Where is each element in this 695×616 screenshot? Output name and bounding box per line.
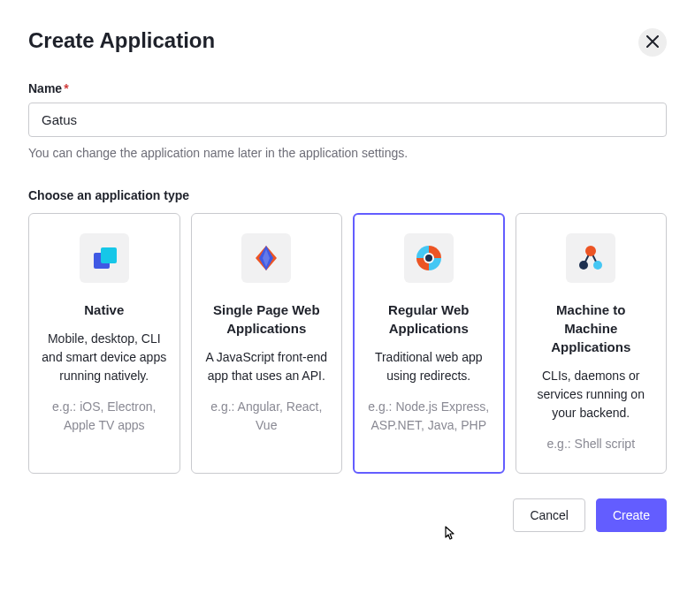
svg-point-11 [579, 261, 588, 270]
card-title: Regular Web Applications [366, 300, 492, 338]
name-label: Name* [28, 81, 667, 95]
card-eg: e.g.: Node.js Express, ASP.NET, Java, PH… [366, 398, 492, 435]
card-title: Native [84, 300, 124, 319]
close-button[interactable] [638, 28, 667, 57]
app-type-card-regular-web[interactable]: Regular Web Applications Traditional web… [353, 213, 505, 474]
svg-point-12 [593, 261, 602, 270]
svg-point-10 [585, 246, 596, 256]
card-eg: e.g.: Shell script [546, 435, 635, 453]
app-type-card-spa[interactable]: Single Page Web Applications A JavaScrip… [191, 213, 343, 474]
card-desc: CLIs, daemons or services running on you… [529, 367, 654, 422]
card-desc: A JavaScript front-end app that uses an … [204, 348, 330, 385]
m2m-icon [566, 233, 615, 283]
card-eg: e.g.: iOS, Electron, Apple TV apps [42, 398, 167, 435]
dialog-title: Create Application [28, 28, 215, 53]
card-desc: Traditional web app using redirects. [366, 348, 492, 385]
svg-point-7 [425, 255, 432, 262]
regular-web-icon [404, 233, 454, 283]
name-label-text: Name [28, 81, 62, 95]
spa-icon [241, 233, 291, 283]
cancel-button[interactable]: Cancel [513, 498, 585, 532]
dialog-footer: Cancel Create [28, 498, 667, 532]
card-eg: e.g.: Angular, React, Vue [204, 398, 330, 435]
app-type-cards: Native Mobile, desktop, CLI and smart de… [28, 213, 667, 474]
required-mark: * [64, 81, 68, 95]
name-input[interactable] [28, 103, 667, 137]
create-button[interactable]: Create [596, 498, 667, 532]
app-type-card-native[interactable]: Native Mobile, desktop, CLI and smart de… [28, 213, 180, 474]
dialog-header: Create Application [28, 28, 667, 57]
app-type-label: Choose an application type [28, 188, 667, 202]
card-desc: Mobile, desktop, CLI and smart device ap… [42, 330, 167, 385]
native-icon [80, 233, 129, 283]
card-title: Single Page Web Applications [204, 300, 330, 338]
card-title: Machine to Machine Applications [529, 300, 654, 356]
close-icon [646, 34, 659, 50]
app-type-card-m2m[interactable]: Machine to Machine Applications CLIs, da… [516, 213, 668, 474]
svg-rect-1 [101, 247, 117, 263]
name-hint: You can change the application name late… [28, 146, 667, 160]
